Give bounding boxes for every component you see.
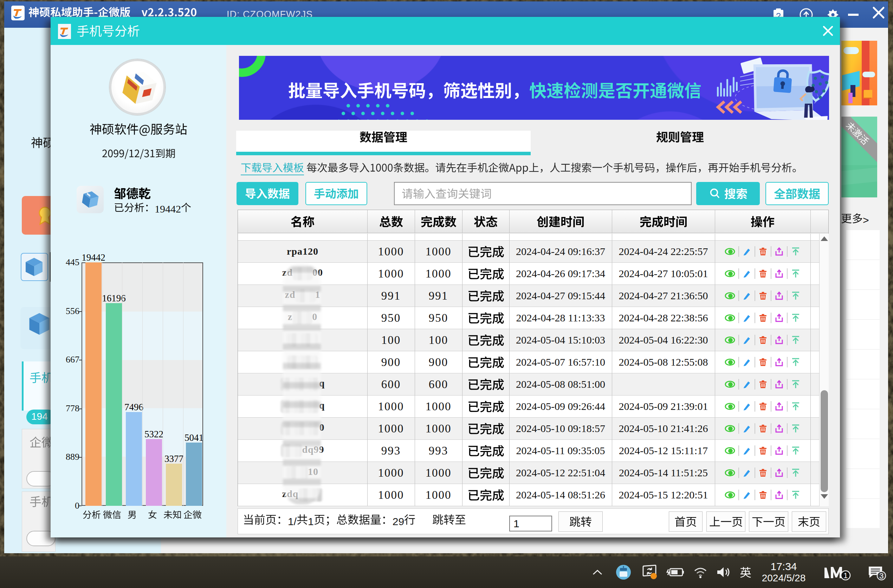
svg-text:3: 3 xyxy=(879,572,884,580)
svg-text:1: 1 xyxy=(843,571,848,580)
